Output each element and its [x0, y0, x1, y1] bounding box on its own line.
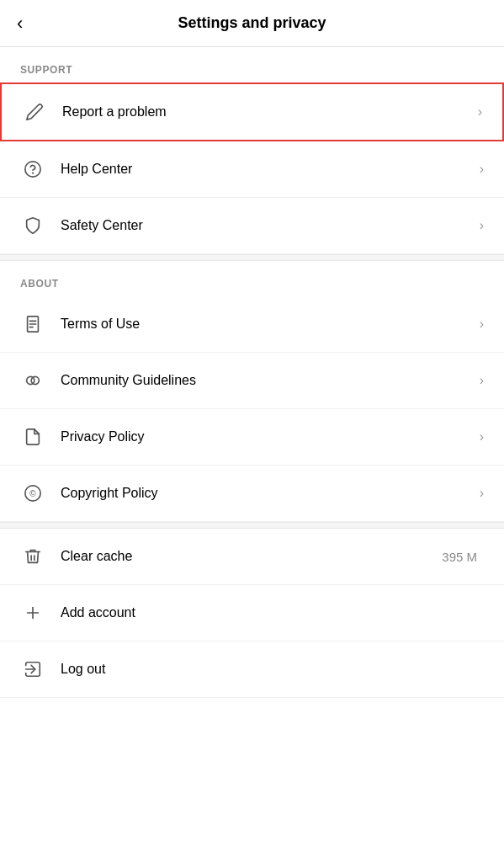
- menu-item-label: Terms of Use: [61, 317, 480, 332]
- logout-icon: [20, 657, 45, 682]
- menu-item-help-center[interactable]: Help Center ›: [0, 141, 504, 198]
- svg-point-0: [25, 162, 40, 177]
- section-label-about: ABOUT: [0, 261, 504, 296]
- menu-item-label: Community Guidelines: [61, 373, 480, 388]
- chevron-icon: ›: [480, 429, 484, 444]
- page-title: Settings and privacy: [178, 14, 326, 32]
- menu-item-label: Help Center: [61, 162, 480, 177]
- menu-item-label: Report a problem: [62, 104, 478, 120]
- menu-item-terms-of-use[interactable]: Terms of Use ›: [0, 296, 504, 353]
- section-label-support: SUPPORT: [0, 47, 504, 82]
- menu-item-community-guidelines[interactable]: Community Guidelines ›: [0, 353, 504, 409]
- menu-item-label: Log out: [61, 662, 484, 677]
- menu-item-privacy-policy[interactable]: Privacy Policy ›: [0, 409, 504, 466]
- svg-point-7: [31, 376, 39, 384]
- section-divider: [0, 254, 504, 261]
- menu-item-add-account[interactable]: Add account: [0, 585, 504, 641]
- menu-item-label: Privacy Policy: [61, 429, 480, 444]
- chevron-icon: ›: [478, 104, 482, 120]
- trash-icon: [20, 544, 45, 569]
- chevron-icon: ›: [480, 162, 484, 177]
- file-icon: [20, 424, 45, 450]
- menu-item-log-out[interactable]: Log out: [0, 641, 504, 698]
- menu-item-clear-cache[interactable]: Clear cache 395 M: [0, 529, 504, 585]
- cache-size-value: 395 M: [442, 550, 477, 564]
- copyright-icon: ©: [20, 481, 45, 506]
- chevron-icon: ›: [480, 486, 484, 501]
- section-about: ABOUT Terms of Use › Community Guideline…: [0, 261, 504, 522]
- menu-item-safety-center[interactable]: Safety Center ›: [0, 198, 504, 254]
- header: ‹ Settings and privacy: [0, 0, 504, 47]
- chevron-icon: ›: [480, 373, 484, 388]
- bottom-section: Clear cache 395 M Add account Log out: [0, 529, 504, 698]
- document-icon: [20, 311, 45, 337]
- menu-item-label: Copyright Policy: [61, 486, 480, 501]
- back-button[interactable]: ‹: [17, 13, 23, 35]
- chevron-icon: ›: [480, 218, 484, 233]
- section-divider-2: [0, 522, 504, 529]
- menu-item-label: Safety Center: [61, 218, 480, 233]
- section-support: SUPPORT Report a problem › Help Center ›: [0, 47, 504, 254]
- menu-item-copyright-policy[interactable]: © Copyright Policy ›: [0, 466, 504, 522]
- chevron-icon: ›: [480, 317, 484, 332]
- rings-icon: [20, 368, 45, 393]
- edit-icon: [22, 99, 47, 125]
- plus-icon: [20, 600, 45, 625]
- svg-text:©: ©: [29, 489, 36, 498]
- menu-item-report-problem[interactable]: Report a problem ›: [0, 82, 504, 141]
- menu-item-label: Add account: [61, 605, 484, 620]
- shield-icon: [20, 213, 45, 238]
- menu-item-label: Clear cache: [61, 549, 442, 564]
- help-icon: [20, 157, 45, 182]
